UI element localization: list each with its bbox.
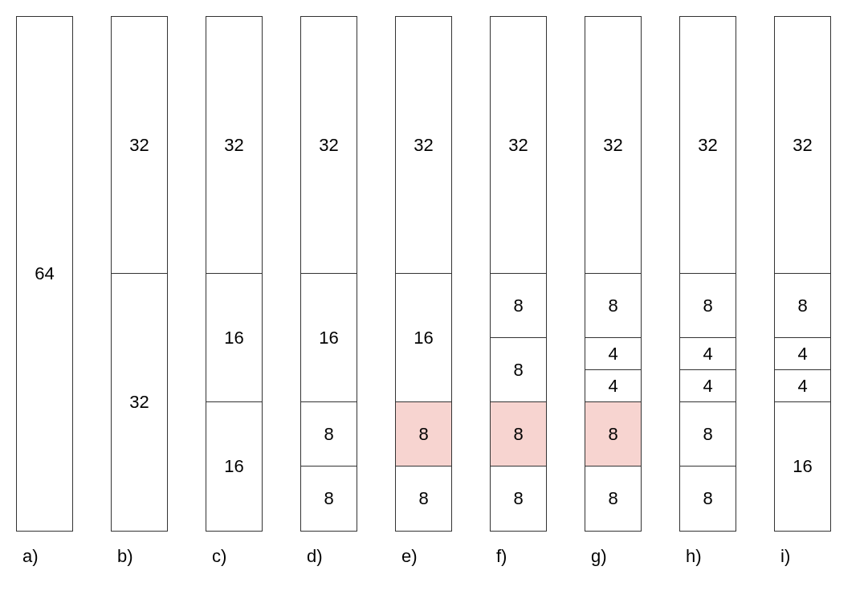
memory-block: 32: [112, 17, 167, 274]
column-label: g): [585, 546, 607, 567]
memory-column: 321688: [395, 16, 452, 532]
memory-block-highlighted: 8: [585, 402, 641, 467]
memory-block: 32: [112, 274, 167, 531]
memory-block: 8: [491, 274, 546, 338]
column-wrapper: 64a): [16, 16, 73, 567]
column-wrapper: 321616c): [206, 16, 263, 567]
column-wrapper: 3284416i): [774, 16, 831, 567]
memory-block: 16: [206, 274, 262, 402]
memory-block: 4: [775, 338, 830, 370]
memory-column: 3284488: [679, 16, 736, 532]
memory-block: 64: [17, 17, 72, 531]
column-wrapper: 3232b): [111, 16, 168, 567]
diagram-container: 64a)3232b)321616c)321688d)321688e)328888…: [16, 16, 852, 567]
memory-block: 32: [301, 17, 357, 274]
memory-block: 32: [491, 17, 546, 274]
memory-block: 16: [206, 402, 262, 531]
memory-column: 3284416: [774, 16, 831, 532]
memory-block: 8: [775, 274, 830, 338]
column-wrapper: 328888f): [490, 16, 547, 567]
memory-block: 32: [396, 17, 451, 274]
memory-block: 8: [585, 274, 641, 338]
memory-column: 3232: [111, 16, 168, 532]
memory-column: 328888: [490, 16, 547, 532]
memory-column: 321688: [300, 16, 357, 532]
memory-block: 8: [680, 402, 736, 467]
memory-block: 32: [680, 17, 736, 274]
memory-block: 32: [585, 17, 641, 274]
column-label: a): [16, 546, 39, 567]
memory-block: 8: [301, 467, 357, 531]
column-label: b): [111, 546, 133, 567]
memory-column: 321616: [206, 16, 263, 532]
column-label: c): [206, 546, 226, 567]
column-wrapper: 3284488g): [585, 16, 642, 567]
column-label: d): [300, 546, 323, 567]
memory-block: 8: [585, 467, 641, 531]
memory-block: 4: [775, 370, 830, 402]
column-label: i): [774, 546, 790, 567]
memory-block: 32: [775, 17, 830, 274]
memory-block: 8: [396, 467, 451, 531]
memory-column: 3284488: [585, 16, 642, 532]
memory-column: 64: [16, 16, 73, 532]
memory-block: 8: [491, 338, 546, 402]
memory-block: 8: [680, 274, 736, 338]
memory-block: 4: [585, 370, 641, 402]
column-wrapper: 321688d): [300, 16, 357, 567]
memory-block: 32: [206, 17, 262, 274]
memory-block: 8: [491, 467, 546, 531]
column-label: h): [679, 546, 702, 567]
memory-block: 4: [680, 338, 736, 370]
column-label: e): [395, 546, 418, 567]
memory-block: 16: [396, 274, 451, 402]
memory-block: 4: [585, 338, 641, 370]
memory-block: 8: [301, 402, 357, 467]
column-wrapper: 321688e): [395, 16, 452, 567]
memory-block: 16: [301, 274, 357, 402]
memory-block-highlighted: 8: [396, 402, 451, 467]
memory-block: 4: [680, 370, 736, 402]
column-wrapper: 3284488h): [679, 16, 736, 567]
column-label: f): [490, 546, 507, 567]
memory-block-highlighted: 8: [491, 402, 546, 467]
memory-block: 16: [775, 402, 830, 531]
memory-block: 8: [680, 467, 736, 531]
